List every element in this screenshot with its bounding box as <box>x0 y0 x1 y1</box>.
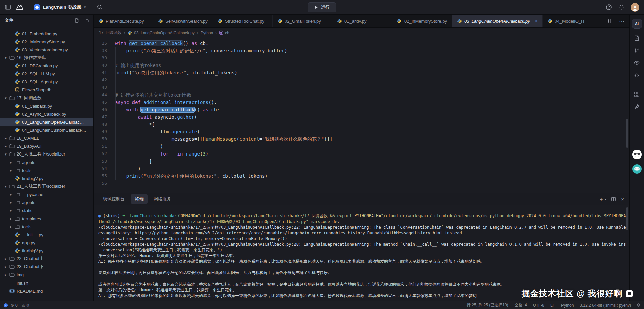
tree-folder[interactable]: ▾17_回调函数 <box>0 94 93 102</box>
help-icon[interactable] <box>606 4 612 10</box>
tree-file[interactable]: 03_SQL_Agent.py <box>0 78 93 86</box>
preview-eye-icon[interactable] <box>634 60 640 66</box>
sidebar-toggle-icon[interactable] <box>5 4 11 10</box>
editor-tab[interactable]: 02_GmailToken.py <box>273 15 332 27</box>
tree-file[interactable]: 01_Callback.py <box>0 102 93 110</box>
tree-folder[interactable]: ▸22_Chatbot上 <box>0 255 93 263</box>
tree-file[interactable]: FlowerShop.db <box>0 86 93 94</box>
tree-file[interactable]: findbigV.py <box>0 247 93 255</box>
tree-file[interactable]: 02_Async_Callback.py <box>0 110 93 118</box>
tree-item-label: 02_SQL_LLM.py <box>22 71 55 76</box>
tree-file[interactable]: 04_LangChainCustomCallback... <box>0 126 93 134</box>
editor-tab[interactable]: StructedToolChat.py <box>213 15 273 27</box>
tree-folder[interactable]: ▸19_BabyAGI <box>0 142 93 150</box>
tree-file[interactable]: init.sh <box>0 279 93 287</box>
panel-tab[interactable]: 终端 <box>131 194 148 204</box>
tree-folder[interactable]: ▸__pycache__ <box>0 190 93 198</box>
editor-tab[interactable]: 03_LangChainOpenAICallback.py× <box>452 15 543 27</box>
tree-folder[interactable]: ▸static <box>0 206 93 214</box>
code-text: await asyncio.gather( <box>115 113 197 121</box>
terminal-dropdown-icon[interactable]: ▾ <box>605 197 606 201</box>
tab-close-icon[interactable]: × <box>535 18 538 24</box>
run-button[interactable]: 运行 <box>308 2 336 12</box>
tree-folder[interactable]: ▸23_Chatbot下 <box>0 263 93 271</box>
tree-file[interactable]: 03_LangChainOpenAICallbac... <box>0 118 93 126</box>
tree-file[interactable]: 02_InMemoryStore.py <box>0 38 93 46</box>
close-panel-icon[interactable]: × <box>621 196 624 202</box>
new-file-icon[interactable] <box>74 18 79 23</box>
warnings[interactable]: ⚠0 <box>22 303 29 308</box>
code-editor[interactable]: 25with get_openai_callback() as cb:38 pr… <box>94 38 629 193</box>
breadcrumb-item[interactable]: Python <box>201 30 213 35</box>
document-search-icon[interactable] <box>634 35 640 41</box>
eol[interactable]: LF <box>550 303 555 308</box>
tree-file[interactable]: 02_SQL_LLM.py <box>0 70 93 78</box>
split-editor-icon[interactable] <box>608 18 613 24</box>
cursor-position[interactable]: 行 25, 列 25 (已选择19) <box>467 302 508 308</box>
tree-folder[interactable]: ▾21_人脉工具下/socializer <box>0 182 93 190</box>
tree-file[interactable]: __init__.py <box>0 231 93 239</box>
indentation[interactable]: 空格: 4 <box>515 302 527 308</box>
encoding[interactable]: UTF-8 <box>533 303 544 308</box>
errors[interactable]: ⊘0 <box>11 303 18 308</box>
split-panel-icon[interactable] <box>611 197 616 202</box>
tree-folder[interactable]: ▸agents <box>0 158 93 166</box>
language-mode[interactable]: Python <box>561 303 574 308</box>
chevron-down-icon: ▾ <box>84 5 86 9</box>
tree-folder[interactable]: ▸tools <box>0 166 93 174</box>
tree-folder[interactable]: ▸img <box>0 271 93 279</box>
terminal-line: conversation("我姐姐明天要过生日，我需要一束生日花束。") <box>98 247 626 253</box>
ai-assistant-button[interactable]: AI <box>632 19 642 29</box>
editor-tab[interactable]: 02_InMemoryStore.py <box>392 15 452 27</box>
line-number: 44 <box>94 91 107 99</box>
editor-tab[interactable]: 04_ModelIO_H <box>543 15 602 27</box>
editor-tab[interactable]: SelfAskwithSearch.py <box>153 15 213 27</box>
tree-file[interactable]: README.md <box>0 287 93 295</box>
ai-mascot-button[interactable] <box>632 164 642 174</box>
user-avatar[interactable] <box>631 3 639 12</box>
panel-tab[interactable]: 网络服务 <box>150 194 175 204</box>
breadcrumb-item[interactable]: 03_LangChainOpenAICallback.py <box>128 30 195 35</box>
tree-file[interactable]: findbigV.py <box>0 174 93 182</box>
chevron-icon: ▸ <box>9 208 13 213</box>
code-line: 48 *[ <box>94 121 629 128</box>
tree-folder[interactable]: ▸templates <box>0 214 93 223</box>
tree-folder[interactable]: ▾20_人脉工具上/socializer <box>0 150 93 158</box>
search-icon[interactable] <box>97 4 103 10</box>
terminal-line: /cloudide/workspace/LangChain-shizhanke/… <box>98 242 626 247</box>
tree-file[interactable]: 01_DBCreation.py <box>0 62 93 70</box>
folder-icon <box>9 151 15 157</box>
code-text: # 输出使用的tokens <box>115 62 161 69</box>
breadcrumb-item[interactable]: cb <box>219 30 229 35</box>
python-file-icon <box>547 19 552 24</box>
python-interpreter[interactable]: 3.12.2 64-bit ('shims': pyenv) <box>580 303 631 308</box>
tree-folder[interactable]: ▸18_CAMEL <box>0 134 93 142</box>
apps-grid-icon[interactable] <box>634 91 640 98</box>
notifications-bell-icon[interactable] <box>618 4 625 10</box>
emoji-face-button[interactable] <box>632 149 642 160</box>
tree-folder[interactable]: ▸agents <box>0 198 93 206</box>
git-branch-icon[interactable] <box>634 47 640 54</box>
tree-file[interactable]: 01_Embedding.py <box>0 29 93 38</box>
editor-tab[interactable]: PlanAndExecute.py <box>94 15 153 27</box>
editor-tab[interactable]: 01_arxiv.py <box>332 15 392 27</box>
panel-tab[interactable]: 调试控制台 <box>99 194 129 204</box>
marscode-logo-icon[interactable] <box>16 3 24 11</box>
remote-indicator-icon[interactable] <box>3 303 8 308</box>
new-terminal-icon[interactable]: + <box>600 196 603 202</box>
breadcrumb-item[interactable]: 17_回调函数 <box>99 30 122 36</box>
folder-icon <box>9 264 15 269</box>
pin-icon[interactable] <box>634 104 640 110</box>
debug-bug-icon[interactable] <box>634 72 640 78</box>
new-folder-icon[interactable] <box>84 18 89 23</box>
terminal-scrollbar[interactable] <box>626 207 628 230</box>
more-actions-icon[interactable]: ⋯ <box>619 18 625 24</box>
editor-scrollbar[interactable] <box>626 119 628 148</box>
tree-file[interactable]: app.py <box>0 239 93 247</box>
tree-file[interactable]: 03_VectorstoreIndex.py <box>0 46 93 54</box>
workspace-switcher[interactable]: LangChain 实战课 ▾ <box>34 4 86 11</box>
tree-folder[interactable]: ▾16_操作数据库 <box>0 54 93 62</box>
terminal-output[interactable]: ● (shims) ➜ LangChain-shizhanke COMMAND=… <box>94 205 629 299</box>
tree-folder[interactable]: ▸tools <box>0 223 93 231</box>
statusbar-bell-icon[interactable] <box>636 303 641 307</box>
